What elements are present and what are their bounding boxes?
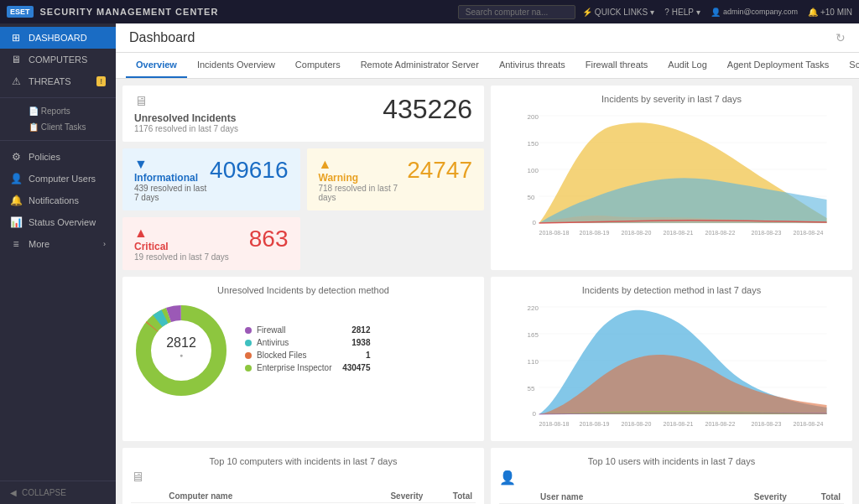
severity-chart-svg: 200 150 100 50 0	[499, 109, 844, 239]
info-number: 409616	[210, 157, 288, 184]
svg-text:220: 220	[528, 304, 539, 312]
tab-firewall-threats[interactable]: Firewall threats	[575, 53, 659, 78]
sidebar-item-computer-users[interactable]: 👤 Computer Users	[0, 168, 116, 190]
warning-number: 24747	[407, 157, 472, 184]
legend-item-blocked-files: Blocked Files 1	[245, 351, 371, 360]
search-input[interactable]	[458, 5, 575, 19]
computers-table: Computer name Severity Total 1. redacted…	[131, 490, 476, 504]
grid-icon: ⊞	[10, 32, 22, 44]
stat-card-informational: ▼ Informational 439 resolved in last 7 d…	[122, 148, 300, 210]
computer-icon: 🖥	[10, 54, 22, 65]
topbar: ESET SECURITY MANAGEMENT CENTER ⚡ QUICK …	[0, 0, 859, 23]
help-button[interactable]: ? HELP ▾	[664, 8, 700, 17]
svg-text:2018-08-21: 2018-08-21	[664, 230, 694, 236]
tab-antivirus-threats[interactable]: Antivirus threats	[489, 53, 575, 78]
detection-method-chart-title: Incidents by detection method in last 7 …	[499, 285, 844, 295]
svg-text:2018-08-23: 2018-08-23	[752, 421, 782, 427]
notifications-icon: 🔔	[10, 195, 22, 206]
topbar-actions: ⚡ QUICK LINKS ▾ ? HELP ▾ 👤 admin@company…	[582, 8, 852, 17]
tab-audit-log[interactable]: Audit Log	[658, 53, 716, 78]
sidebar-item-more[interactable]: ≡ More ›	[0, 233, 116, 255]
notifications-button[interactable]: 🔔 +10 MIN	[808, 8, 852, 17]
svg-text:●: ●	[180, 352, 183, 358]
info-icon: ▼	[134, 157, 210, 172]
warning-icon: ⚠	[10, 75, 22, 87]
refresh-button[interactable]: ↻	[836, 31, 846, 44]
computers-table-icon: 🖥	[131, 470, 144, 485]
threats-badge: !	[96, 76, 106, 86]
users-table-title: Top 10 users with incidents in last 7 da…	[499, 456, 844, 466]
sidebar-item-threats[interactable]: ⚠ THREATS !	[0, 70, 116, 92]
legend-item-firewall: Firewall 2812	[245, 325, 371, 335]
stat-card-warning: ▲ Warning 718 resolved in last 7 days 24…	[307, 148, 485, 210]
svg-text:2018-08-22: 2018-08-22	[705, 230, 736, 236]
info-label: Informational	[134, 172, 210, 184]
computers-table-title: Top 10 computers with incidents in last …	[131, 456, 476, 466]
svg-text:150: 150	[528, 140, 539, 148]
svg-text:165: 165	[528, 331, 539, 339]
unresolved-label: Unresolved Incidents	[134, 112, 238, 124]
detection-chart-svg: 220 165 110 55 0	[499, 300, 844, 430]
sidebar-item-computers[interactable]: 🖥 COMPUTERS	[0, 49, 116, 70]
svg-text:2018-08-18: 2018-08-18	[539, 230, 570, 236]
policies-icon: ⚙	[10, 151, 22, 163]
svg-text:2018-08-21: 2018-08-21	[664, 421, 694, 427]
sidebar-item-status-overview[interactable]: 📊 Status Overview	[0, 211, 116, 233]
info-sublabel: 439 resolved in last 7 days	[134, 184, 210, 202]
svg-text:2812: 2812	[166, 335, 196, 350]
sidebar-item-notifications[interactable]: 🔔 Notifications	[0, 190, 116, 211]
stat-card-critical: ▲ Critical 19 resolved in last 7 days 86…	[122, 217, 300, 270]
sidebar-item-client-tasks[interactable]: 📋 Client Tasks	[0, 119, 116, 135]
svg-text:50: 50	[528, 194, 535, 201]
tasks-icon: 📋	[29, 122, 41, 132]
sidebar-collapse-button[interactable]: ◀ COLLAPSE	[0, 481, 116, 504]
svg-text:2018-08-19: 2018-08-19	[580, 230, 610, 236]
help-icon: ?	[664, 8, 669, 17]
quick-links-icon: ⚡	[582, 8, 592, 17]
main-layout: ⊞ DASHBOARD 🖥 COMPUTERS ⚠ THREATS ! 📄 Re…	[0, 23, 859, 504]
severity-chart-panel: Incidents by severity in last 7 days 200…	[491, 86, 852, 270]
svg-text:110: 110	[528, 358, 539, 366]
donut-content: 2812 ● Firewall 2812 Antivirus 1938	[131, 300, 476, 401]
svg-text:0: 0	[533, 219, 537, 226]
svg-point-18	[143, 313, 219, 388]
tab-scans[interactable]: Scans	[839, 53, 859, 78]
stat-card-unresolved: 🖥 Unresolved Incidents 1176 resolved in …	[122, 86, 484, 142]
reports-icon: 📄	[29, 107, 41, 116]
legend-item-enterprise-inspector: Enterprise Inspector 430475	[245, 363, 371, 372]
svg-text:2018-08-20: 2018-08-20	[622, 230, 652, 236]
tab-computers[interactable]: Computers	[285, 53, 351, 78]
svg-text:2018-08-22: 2018-08-22	[705, 421, 736, 427]
unresolved-number: 435226	[383, 94, 472, 125]
sidebar-divider-1	[0, 97, 116, 98]
users-icon: 👤	[10, 173, 22, 184]
tab-incidents-overview[interactable]: Incidents Overview	[187, 53, 285, 78]
svg-text:0: 0	[533, 410, 537, 418]
enterprise-inspector-dot	[245, 365, 252, 372]
sidebar-item-dashboard[interactable]: ⊞ DASHBOARD	[0, 27, 116, 49]
sidebar-item-policies[interactable]: ⚙ Policies	[0, 146, 116, 168]
user-menu-button[interactable]: 👤 admin@company.com	[711, 8, 798, 17]
user-icon: 👤	[711, 8, 721, 17]
eset-logo: ESET	[7, 6, 34, 18]
tab-remote-admin[interactable]: Remote Administrator Server	[351, 53, 489, 78]
more-icon: ≡	[10, 238, 22, 250]
quick-links-button[interactable]: ⚡ QUICK LINKS ▾	[582, 8, 654, 17]
critical-icon: ▲	[134, 226, 229, 241]
sidebar-main-nav: ⊞ DASHBOARD 🖥 COMPUTERS ⚠ THREATS !	[0, 23, 116, 96]
sidebar-bottom-nav: ⚙ Policies 👤 Computer Users 🔔 Notificati…	[0, 143, 116, 258]
sidebar-sub-nav: 📄 Reports 📋 Client Tasks	[0, 100, 116, 138]
sidebar-item-reports[interactable]: 📄 Reports	[0, 103, 116, 119]
svg-text:200: 200	[528, 113, 539, 121]
donut-chart-title: Unresolved Incidents by detection method	[131, 285, 476, 295]
page-header: Dashboard ↻	[116, 23, 859, 53]
tabs-bar: Overview Incidents Overview Computers Re…	[116, 53, 859, 79]
collapse-icon: ◀	[10, 488, 17, 497]
tab-overview[interactable]: Overview	[126, 53, 187, 78]
svg-text:2018-08-19: 2018-08-19	[580, 421, 610, 427]
firewall-dot	[245, 327, 252, 334]
tab-agent-deployment[interactable]: Agent Deployment Tasks	[717, 53, 839, 78]
blocked-files-dot	[245, 352, 252, 359]
detection-method-chart-panel: Incidents by detection method in last 7 …	[491, 277, 852, 441]
dashboard-body: 🖥 Unresolved Incidents 1176 resolved in …	[116, 79, 859, 504]
